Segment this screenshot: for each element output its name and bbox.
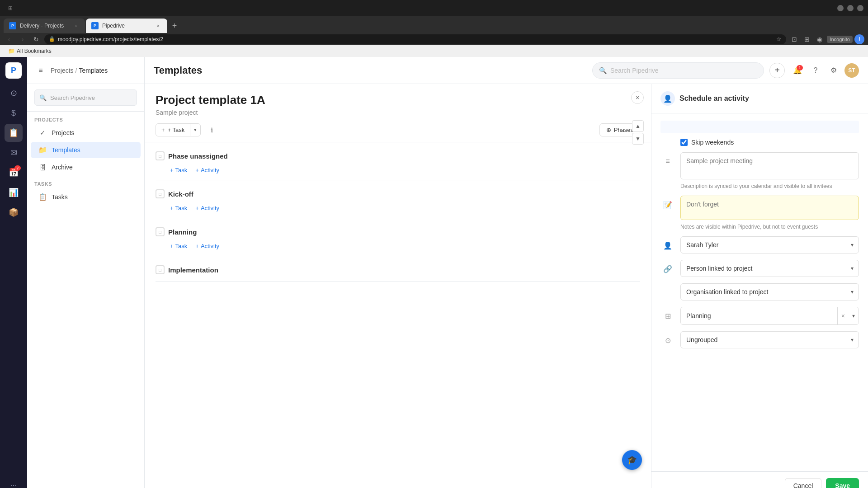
browser-tab-pipedrive[interactable]: P Pipedrive ×: [86, 19, 167, 33]
scroll-up-button[interactable]: ▲: [632, 120, 644, 132]
phase-kickoff-add-task[interactable]: + Task: [168, 204, 189, 212]
global-search-box[interactable]: 🔍 Search Pipedrive: [592, 62, 764, 79]
bookmark-all[interactable]: 📁 All Bookmarks: [5, 47, 54, 55]
sidebar-item-calendar[interactable]: 📅 7: [5, 164, 23, 182]
sidebar-item-reports[interactable]: 📊: [5, 183, 23, 202]
linked-org-row: Organisation linked to project: [660, 283, 859, 300]
linked-person-row: 🔗 Person linked to project: [660, 260, 859, 277]
add-task-button[interactable]: + + Task ▾: [156, 123, 201, 136]
browser-profile-avatar[interactable]: I: [854, 34, 864, 44]
linked-person-select[interactable]: Person linked to project: [680, 260, 859, 277]
phase-planning-add-activity[interactable]: + Activity: [193, 242, 221, 250]
global-search-placeholder: Search Pipedrive: [610, 67, 659, 74]
global-add-button[interactable]: +: [769, 63, 785, 78]
extension-button[interactable]: ⊡: [789, 34, 800, 45]
global-search-icon: 🔍: [599, 67, 607, 74]
user-avatar[interactable]: ST: [844, 63, 859, 78]
add-task-main[interactable]: + + Task: [156, 124, 190, 136]
info-button[interactable]: ℹ: [205, 124, 218, 136]
phase-implementation-icon: □: [156, 265, 165, 274]
sidebar-item-home[interactable]: ⊙: [5, 84, 23, 102]
phase-implementation-title: Implementation: [168, 266, 218, 274]
new-tab-button[interactable]: +: [168, 19, 181, 32]
extension3-button[interactable]: ◉: [814, 34, 825, 45]
scroll-down-button[interactable]: ▼: [632, 133, 644, 145]
plus-icon-planning-activity: +: [195, 243, 199, 249]
phase-planning-add-task[interactable]: + Task: [168, 242, 189, 250]
nav-item-tasks[interactable]: 📋 Tasks: [31, 189, 141, 205]
sidebar-item-projects[interactable]: 📋: [5, 124, 23, 142]
linked-org-select-wrapper: Organisation linked to project: [680, 283, 859, 300]
phase-section-unassigned: □ Phase unassigned + Task + Activity: [156, 148, 640, 180]
projects-nav-icon: ✓: [38, 128, 47, 137]
close-window-button[interactable]: [857, 5, 863, 11]
nav-item-templates[interactable]: 📁 Templates: [31, 142, 141, 158]
nav-item-projects[interactable]: ✓ Projects: [31, 125, 141, 141]
assignee-select-wrapper: Sarah Tyler: [680, 236, 859, 253]
skip-weekends-row: Skip weekends: [660, 139, 859, 146]
phase-dropdown-arrow[interactable]: ▾: [849, 307, 859, 324]
nav-toggle-button[interactable]: ≡: [34, 64, 47, 77]
notes-textarea[interactable]: [680, 196, 859, 220]
phase-clear-button[interactable]: ×: [837, 307, 849, 324]
projects-section-label: PROJECTS: [27, 112, 144, 124]
settings-icon: ⚙: [830, 66, 837, 75]
group-select[interactable]: Ungrouped Group 1: [680, 331, 859, 348]
phase-select[interactable]: Planning Kick-off Implementation Phase u…: [681, 307, 837, 324]
lock-icon: 🔒: [49, 36, 55, 42]
url-text: moodjoy.pipedrive.com/projects/templates…: [58, 36, 774, 42]
manage-users-row[interactable]: Manage users ℹ: [27, 482, 144, 488]
phase-section-planning: □ Planning + Task + Activity: [156, 224, 640, 256]
phase-unassigned-add-activity[interactable]: + Activity: [193, 166, 221, 174]
search-icon: 🔍: [39, 94, 47, 101]
back-button[interactable]: ‹: [4, 34, 14, 45]
phase-kickoff-add-activity[interactable]: + Activity: [193, 204, 221, 212]
maximize-button[interactable]: [847, 5, 854, 11]
sidebar-item-products[interactable]: 📦: [5, 203, 23, 221]
add-task-dropdown[interactable]: ▾: [190, 124, 200, 136]
linked-org-select[interactable]: Organisation linked to project: [680, 283, 859, 300]
plus-icon-activity: +: [195, 167, 199, 174]
notifications-icon-button[interactable]: 🔔 1: [790, 63, 805, 78]
products-icon: 📦: [9, 207, 19, 217]
description-textarea[interactable]: [680, 152, 859, 179]
archive-nav-icon: 🗄: [38, 163, 47, 172]
templates-nav-icon: 📁: [38, 145, 47, 155]
nav-item-archive[interactable]: 🗄 Archive: [31, 159, 141, 175]
extension2-button[interactable]: ⊞: [802, 34, 812, 45]
sidebar-item-mail[interactable]: ✉: [5, 144, 23, 162]
phase-kickoff-icon: □: [156, 189, 165, 198]
help-icon-button[interactable]: ?: [808, 63, 823, 78]
tab-close-pipedrive[interactable]: ×: [155, 22, 162, 29]
address-bar[interactable]: 🔒 moodjoy.pipedrive.com/projects/templat…: [44, 34, 786, 44]
bookmark-star-icon[interactable]: ☆: [776, 36, 782, 42]
close-icon: ×: [636, 94, 639, 101]
description-row: ≡ Description is synced to your calendar…: [660, 152, 859, 189]
pipedrive-logo[interactable]: P: [5, 62, 22, 79]
save-button[interactable]: Save: [826, 478, 859, 488]
settings-icon-button[interactable]: ⚙: [826, 63, 841, 78]
panel-close-button[interactable]: ×: [631, 91, 644, 104]
minimize-button[interactable]: [837, 5, 844, 11]
phase-unassigned-title: Phase unassigned: [168, 152, 228, 160]
sidebar-more-button[interactable]: ···: [5, 476, 23, 488]
home-icon: ⊙: [10, 88, 17, 98]
tab-close-delivery[interactable]: ×: [72, 22, 80, 29]
skip-weekends-checkbox[interactable]: [680, 139, 688, 146]
browser-tab-delivery[interactable]: P Delivery - Projects ×: [4, 19, 85, 33]
plus-icon-planning-task: +: [170, 243, 174, 249]
sidebar-item-deals[interactable]: $: [5, 104, 23, 122]
breadcrumb-parent[interactable]: Projects: [51, 67, 74, 74]
assignee-select[interactable]: Sarah Tyler: [680, 236, 859, 253]
nav-search-box[interactable]: 🔍 Search Pipedrive: [34, 89, 137, 106]
incognito-badge: Incognito: [827, 36, 853, 43]
tasks-nav-icon: 📋: [38, 192, 47, 202]
cancel-button[interactable]: Cancel: [785, 478, 822, 488]
phase-unassigned-add-task[interactable]: + Task: [168, 166, 189, 174]
notes-icon: 📝: [660, 197, 675, 212]
notes-helper-text: Notes are visible within Pipedrive, but …: [680, 224, 859, 230]
forward-button[interactable]: ›: [17, 34, 28, 45]
reload-button[interactable]: ↻: [31, 34, 42, 45]
floating-help-button[interactable]: 🎓: [622, 450, 642, 470]
folder-icon: 📁: [8, 48, 15, 54]
